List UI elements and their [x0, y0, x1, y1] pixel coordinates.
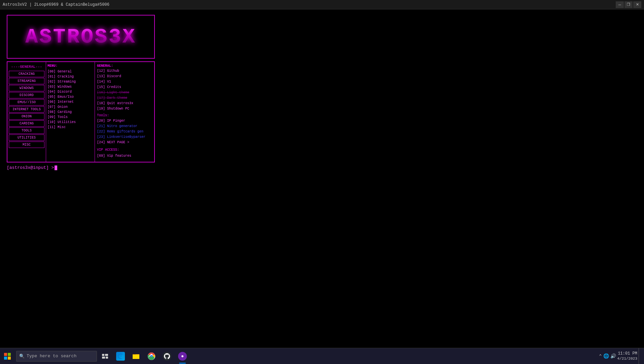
general-item-17[interactable]: [17] Dark theme: [97, 95, 152, 101]
sidebar-btn-discord[interactable]: DISCORD: [9, 92, 44, 98]
sidebar-btn-carding[interactable]: CARDING: [9, 120, 44, 127]
general-item-14[interactable]: [14] V1: [97, 79, 152, 85]
sidebar-header: ----GENERAL---: [9, 65, 44, 69]
explorer-icon: [132, 352, 140, 361]
svg-rect-3: [8, 357, 11, 360]
menu-item-0[interactable]: [00] General: [47, 69, 93, 74]
clock-time: 11:01 PM: [617, 351, 637, 357]
window-title: Astros3xV2 | 2Loop#6969 & CaptainBeluga#…: [3, 2, 109, 7]
menu-item-4[interactable]: [04] Discord: [47, 89, 93, 94]
restore-button[interactable]: ❐: [624, 1, 633, 8]
taskbar-app-explorer[interactable]: [129, 348, 143, 364]
task-view-button[interactable]: [98, 348, 112, 364]
title-bar: Astros3xV2 | 2Loop#6969 & CaptainBeluga#…: [0, 0, 644, 9]
tools-header: Tools:: [97, 113, 152, 118]
taskbar-app-chrome[interactable]: [144, 348, 159, 364]
svg-rect-0: [4, 353, 7, 356]
terminal: ASTROS3X ----GENERAL--- CRACKING STREAMI…: [0, 9, 644, 173]
sidebar-btn-utilities[interactable]: UTILITIES: [9, 134, 44, 141]
logo-text: ASTROS3X: [25, 25, 136, 49]
taskbar-right: ⌃ 🌐 🔊 11:01 PM 4/21/2023: [599, 348, 644, 364]
general-item-19[interactable]: [19] Shutdown PC: [97, 106, 152, 112]
menu-item-11[interactable]: [11] Misc: [47, 125, 93, 130]
menu-column: MENU: [00] General [01] Cracking [02] St…: [46, 62, 95, 162]
active-indicator: [179, 363, 186, 364]
menu-item-7[interactable]: [07] Onion: [47, 104, 93, 110]
menu-item-6[interactable]: [06] Internet: [47, 99, 93, 104]
tools-item-20[interactable]: [20] IP Pinger: [97, 118, 152, 124]
taskbar-app-github[interactable]: [160, 348, 174, 364]
svg-rect-4: [102, 354, 104, 356]
volume-icon[interactable]: 🔊: [610, 353, 616, 359]
sidebar: ----GENERAL--- CRACKING STREAMING WINDOW…: [7, 62, 46, 162]
main-box: ----GENERAL--- CRACKING STREAMING WINDOW…: [7, 61, 155, 162]
right-column: GENERAL: [12] Github [13] Discord [14] V…: [95, 62, 154, 162]
chrome-icon: [147, 352, 156, 361]
svg-rect-7: [106, 357, 108, 359]
general-item-13[interactable]: [13] Discord: [97, 74, 152, 79]
logo-container: ASTROS3X: [7, 15, 155, 59]
sidebar-btn-tools[interactable]: TOOLS: [9, 127, 44, 134]
menu-item-8[interactable]: [08] Carding: [47, 110, 93, 115]
sidebar-btn-emus[interactable]: EMUS//ISO: [9, 99, 44, 105]
menu-header: MENU:: [47, 64, 93, 68]
sidebar-btn-windows[interactable]: WINDOWS: [9, 85, 44, 91]
general-item-12[interactable]: [12] Github: [97, 68, 152, 74]
sidebar-btn-misc[interactable]: MISC: [9, 142, 44, 148]
menu-item-1[interactable]: [01] Cracking: [47, 74, 93, 79]
purple-app-icon: ●: [178, 352, 187, 361]
tools-item-23[interactable]: [23] LinkvertiseByparser: [97, 134, 152, 140]
input-line: [astros3x@input] >: [7, 165, 640, 170]
system-tray: ⌃ 🌐 🔊: [599, 353, 616, 359]
search-icon: 🔍: [19, 354, 25, 359]
svg-rect-6: [102, 357, 105, 359]
tools-item-22[interactable]: [22] Rems giftcards gen: [97, 129, 152, 134]
menu-item-5[interactable]: [05] Emus/Iso: [47, 94, 93, 99]
general-item-15[interactable]: [15] Credits: [97, 85, 152, 90]
svg-rect-1: [8, 353, 11, 356]
general-item-16[interactable]: [16] Light theme: [97, 90, 152, 95]
taskbar: 🔍 Type here to search: [0, 348, 644, 364]
tools-item-21[interactable]: [21] Nitro generator: [97, 124, 152, 129]
vip-item-69[interactable]: [69] Vip features: [97, 153, 152, 159]
close-button[interactable]: ✕: [633, 1, 641, 8]
minimize-button[interactable]: ─: [616, 1, 624, 8]
show-desktop-button[interactable]: [639, 348, 641, 364]
menu-item-10[interactable]: [10] Utilities: [47, 120, 93, 125]
tools-item-24[interactable]: [24] NEXT PAGE >: [97, 140, 152, 145]
taskbar-app-edge[interactable]: [113, 348, 128, 364]
sidebar-btn-streaming[interactable]: STREAMING: [9, 78, 44, 84]
windows-icon: [4, 353, 11, 360]
chevron-up-icon[interactable]: ⌃: [599, 353, 602, 359]
github-icon: [163, 352, 171, 361]
edge-icon: [116, 352, 125, 361]
task-view-icon: [102, 354, 108, 359]
svg-rect-5: [105, 354, 108, 356]
sidebar-btn-onion[interactable]: ONION: [9, 113, 44, 120]
menu-item-2[interactable]: [02] Streaming: [47, 79, 93, 84]
input-prompt: [astros3x@input] >: [7, 165, 54, 170]
search-placeholder-text: Type here to search: [27, 354, 76, 359]
start-button[interactable]: [0, 348, 15, 364]
clock[interactable]: 11:01 PM 4/21/2023: [617, 351, 637, 361]
general-item-18[interactable]: [18] Quit astros3x: [97, 101, 152, 106]
taskbar-apps: ●: [113, 348, 190, 364]
sidebar-btn-internet[interactable]: INTERNET TOOLS: [9, 106, 44, 113]
vip-header: VIP ACCESS:: [97, 147, 152, 153]
general-header: GENERAL:: [97, 64, 152, 68]
window-controls: ─ ❐ ✕: [616, 1, 641, 8]
network-icon[interactable]: 🌐: [603, 353, 609, 359]
cursor-blink: [55, 165, 57, 170]
search-bar[interactable]: 🔍 Type here to search: [16, 351, 97, 362]
clock-date: 4/21/2023: [617, 356, 637, 361]
sidebar-btn-cracking[interactable]: CRACKING: [9, 71, 44, 77]
menu-item-3[interactable]: [03] Windows: [47, 84, 93, 89]
svg-rect-2: [4, 357, 7, 360]
menu-item-9[interactable]: [09] Tools: [47, 115, 93, 120]
taskbar-app-purple[interactable]: ●: [175, 348, 190, 364]
